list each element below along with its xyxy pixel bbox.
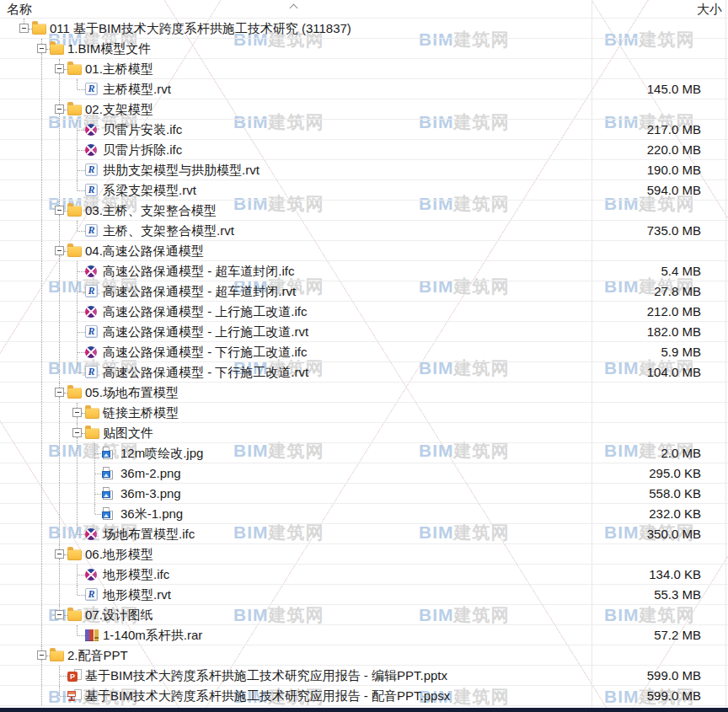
tree-connector-line [78, 292, 85, 292]
item-size: 5.9 MB [661, 342, 701, 361]
item-size: 5.4 MB [661, 261, 701, 281]
tree-connector-line [78, 130, 85, 131]
tree-connector-line [41, 463, 42, 483]
tree-connector-line [41, 79, 42, 99]
collapse-expander-icon[interactable] [72, 428, 82, 437]
item-size: 558.0 KB [649, 484, 701, 503]
revit-file-icon: R [85, 325, 98, 338]
tree-connector-line [59, 397, 60, 402]
collapse-expander-icon[interactable] [55, 104, 64, 114]
item-name: 2.配音PPT [67, 645, 128, 665]
item-size: 594.0 MB [647, 180, 701, 200]
tree-connector-line [41, 261, 42, 281]
file-tree: 011 基于BIM技术大跨度系杆拱施工技术研究 (311837)1.BIM模型文… [0, 19, 728, 706]
tree-row[interactable]: 05.场地布置模型 [0, 383, 728, 403]
tree-row[interactable]: R系梁支架模型.rvt594.0 MB [0, 180, 728, 201]
tree-row[interactable]: 贝雷片拆除.ifc220.0 MB [0, 140, 728, 160]
tree-row[interactable]: R拱肋支架模型与拱肋模型.rvt190.0 MB [0, 160, 728, 180]
collapse-expander-icon[interactable] [55, 206, 64, 215]
tree-connector-line [59, 302, 60, 321]
tree-row[interactable]: R高速公路保通模型 - 超车道封闭.rvt27.8 MB [0, 281, 728, 302]
tree-connector-line [94, 504, 95, 514]
tree-row[interactable]: 36m-2.png295.0 KB [0, 463, 728, 484]
tree-row[interactable]: 1-140m系杆拱.rar57.2 MB [0, 625, 728, 645]
collapse-expander-icon[interactable] [55, 388, 64, 397]
tree-connector-line [78, 534, 85, 535]
tree-row[interactable]: 高速公路保通模型 - 下行施工改道.ifc5.9 MB [0, 342, 728, 362]
collapse-expander-icon[interactable] [55, 64, 64, 73]
tree-connector-line [41, 660, 42, 665]
tree-connector-line [41, 59, 42, 78]
column-header-size[interactable]: 大小 [697, 0, 722, 18]
tree-connector-line [41, 686, 42, 705]
tree-row[interactable]: 36米-1.png232.0 KB [0, 504, 728, 524]
tree-row[interactable]: 02.支架模型 [0, 99, 728, 120]
tree-connector-line [41, 322, 42, 341]
tree-row[interactable]: 36m-3.png558.0 KB [0, 484, 728, 504]
item-size: 232.0 KB [649, 504, 701, 523]
tree-connector-line [41, 565, 42, 584]
collapse-expander-icon[interactable] [55, 610, 64, 619]
collapse-expander-icon[interactable] [37, 44, 46, 53]
tree-connector-line [60, 676, 67, 677]
tree-row[interactable]: R主桥、支架整合模型.rvt735.0 MB [0, 221, 728, 241]
collapse-expander-icon[interactable] [55, 246, 64, 255]
tree-connector-line [59, 403, 60, 422]
tree-connector-line [59, 160, 60, 179]
tree-connector-line [77, 180, 78, 190]
tree-row[interactable]: 场地布置模型.ifc350.0 MB [0, 524, 728, 544]
collapse-expander-icon[interactable] [19, 24, 29, 33]
tree-row[interactable]: 04.高速公路保通模型 [0, 241, 728, 261]
tree-row[interactable]: 基于BIM技术大跨度系杆拱施工技术研究应用报告 - 配音PPT.ppsx599.… [0, 686, 728, 706]
tree-row[interactable]: P基于BIM技术大跨度系杆拱施工技术研究应用报告 - 编辑PPT.pptx599… [0, 666, 728, 686]
item-size: 735.0 MB [647, 221, 701, 240]
tree-row[interactable]: 地形模型.ifc134.0 KB [0, 565, 728, 585]
tree-connector-line [41, 544, 42, 564]
item-name: 高速公路保通模型 - 超车道封闭.ifc [103, 261, 295, 281]
tree-connector-line [59, 484, 60, 503]
tree-row[interactable]: 01.主桥模型 [0, 59, 728, 79]
item-name: 高速公路保通模型 - 下行施工改道.rvt [103, 362, 308, 382]
tree-connector-line [41, 423, 42, 442]
tree-connector-line [78, 595, 85, 596]
item-name: 贝雷片安装.ifc [103, 120, 182, 139]
tree-row[interactable]: 011 基于BIM技术大跨度系杆拱施工技术研究 (311837) [0, 19, 728, 39]
tree-connector-line [41, 403, 42, 422]
tree-row[interactable]: 12m喷绘改.jpg2.0 MB [0, 443, 728, 463]
tree-row[interactable]: R主桥模型.rvt145.0 MB [0, 79, 728, 99]
tree-row[interactable]: R地形模型.rvt55.3 MB [0, 585, 728, 605]
tree-connector-line [78, 231, 85, 232]
tree-row[interactable]: 高速公路保通模型 - 超车道封闭.ifc5.4 MB [0, 261, 728, 281]
ifc-file-icon [85, 265, 97, 277]
tree-row[interactable]: 07.设计图纸 [0, 605, 728, 625]
item-size: 350.0 MB [647, 524, 701, 543]
item-size: 57.2 MB [654, 625, 701, 645]
tree-row[interactable]: 贴图文件 [0, 423, 728, 443]
revit-file-icon: R [85, 588, 98, 601]
powerpoint-file-icon: P [67, 669, 82, 682]
tree-row[interactable]: R高速公路保通模型 - 下行施工改道.rvt104.0 MB [0, 362, 728, 383]
tree-row[interactable]: 03.主桥、支架整合模型 [0, 201, 728, 221]
collapse-expander-icon[interactable] [37, 650, 46, 660]
tree-connector-line [77, 443, 78, 463]
tree-row[interactable]: R高速公路保通模型 - 上行施工改道.rvt182.0 MB [0, 322, 728, 342]
image-file-icon [103, 447, 113, 459]
collapse-expander-icon[interactable] [55, 549, 64, 559]
tree-connector-line [59, 120, 60, 139]
item-name: 拱肋支架模型与拱肋模型.rvt [103, 160, 260, 179]
tree-row[interactable]: 贝雷片安装.ifc217.0 MB [0, 120, 728, 140]
tree-row[interactable]: 高速公路保通模型 - 上行施工改道.ifc212.0 MB [0, 302, 728, 322]
collapse-expander-icon[interactable] [72, 408, 82, 417]
tree-row[interactable]: 1.BIM模型文件 [0, 39, 728, 59]
tree-row[interactable]: 链接主桥模型 [0, 403, 728, 423]
tree-row[interactable]: 2.配音PPT [0, 645, 728, 666]
tree-row[interactable]: 06.地形模型 [0, 544, 728, 565]
tree-connector-line [59, 504, 60, 523]
column-header-name[interactable]: 名称 [7, 0, 32, 18]
tree-connector-line [41, 585, 42, 604]
tree-connector-line [41, 362, 42, 382]
tree-connector-line [59, 255, 60, 260]
tree-connector-line [77, 79, 78, 89]
item-name: 07.设计图纸 [85, 605, 153, 624]
tree-connector-line [41, 666, 42, 685]
